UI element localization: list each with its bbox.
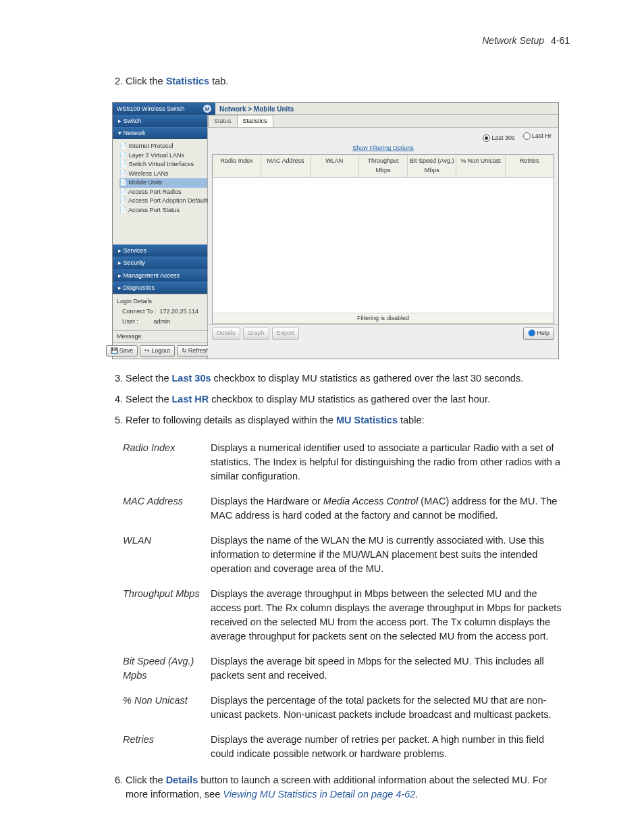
col-throughput[interactable]: Throughput Mbps — [359, 155, 408, 176]
main-panel: Status Statistics Last 30s Last Hr Show … — [208, 115, 558, 359]
save-button[interactable]: 💾 Save — [106, 345, 138, 357]
col-retries[interactable]: Retries — [506, 155, 554, 176]
tab-bar: Status Statistics — [208, 115, 558, 128]
filter-status: Filtering is disabled — [213, 313, 554, 323]
radio-last-hr[interactable]: Last Hr — [523, 132, 552, 140]
tab-status[interactable]: Status — [208, 115, 238, 127]
radio-on-icon — [483, 134, 490, 142]
nav-item-l2[interactable]: 📄 Layer 2 Virtual LANs — [119, 151, 207, 161]
def-term: Retries — [123, 733, 211, 761]
nav-item-apr[interactable]: 📄 Access Port Radios — [119, 188, 207, 197]
def-term: Bit Speed (Avg.) Mpbs — [123, 654, 211, 683]
step-3: Select the Last 30s checkbox to display … — [126, 371, 570, 386]
nav-item-wlan[interactable]: 📄 Wireless LANs — [119, 170, 207, 179]
nav-item-mu[interactable]: 📄 Mobile Units — [119, 178, 207, 188]
grid-header: Radio Index MAC Address WLAN Throughput … — [213, 155, 554, 177]
login-details: Login Details Connect To : 172.20.25.114… — [113, 294, 207, 330]
message-panel: Message — [113, 330, 207, 342]
nav-security[interactable]: ▸ Security — [113, 257, 207, 269]
def-row: MAC Address Displays the Hardware or Med… — [123, 494, 570, 523]
def-row: Radio Index Displays a numerical identif… — [123, 441, 570, 484]
time-range: Last 30s Last Hr — [208, 128, 558, 144]
statistics-word: Statistics — [166, 76, 209, 86]
help-button[interactable]: 🔵 Help — [523, 328, 554, 339]
product-name: WS5100 Wireless Switch — [117, 105, 185, 113]
step-6: Click the Details button to launch a scr… — [126, 773, 570, 802]
main-buttons: Details Graph Export 🔵 Help — [208, 324, 558, 342]
def-row: % Non Unicast Displays the percentage of… — [123, 694, 570, 722]
nav-mgmt[interactable]: ▸ Management Access — [113, 269, 207, 282]
radio-last-30s[interactable]: Last 30s — [483, 134, 514, 142]
last-30s-word: Last 30s — [172, 373, 211, 384]
step-list-c: Click the Details button to launch a scr… — [108, 773, 570, 802]
ui-screenshot: WS5100 Wireless Switch M Network > Mobil… — [112, 102, 559, 359]
def-desc: Displays the percentage of the total pac… — [211, 694, 570, 722]
logout-button[interactable]: ↪ Logout — [140, 345, 175, 357]
def-desc: Displays the average bit speed in Mbps f… — [211, 654, 570, 683]
nav-sidebar: ▸ Switch ▾ Network 📄 Internet Protocol 📄… — [113, 115, 208, 359]
nav-buttons: 💾 Save ↪ Logout ↻ Refresh — [113, 342, 207, 359]
def-term: MAC Address — [123, 494, 211, 523]
page-header: Network Setup 4-61 — [108, 34, 570, 47]
def-row: WLAN Displays the name of the WLAN the M… — [123, 533, 570, 576]
details-word: Details — [166, 775, 198, 785]
nav-item-svi[interactable]: 📄 Switch Virtual Interfaces — [119, 160, 207, 170]
def-desc: Displays a numerical identifier used to … — [211, 441, 570, 484]
col-radio-index[interactable]: Radio Index — [213, 155, 261, 176]
export-button[interactable]: Export — [272, 328, 299, 339]
def-desc: Displays the average number of retries p… — [211, 733, 570, 761]
breadcrumb: Network > Mobile Units — [215, 103, 558, 115]
nav-item-apd[interactable]: 📄 Access Port Adoption Defaults — [119, 197, 207, 206]
page-number: 4-61 — [551, 35, 570, 46]
last-hr-word: Last HR — [172, 394, 209, 405]
def-row: Retries Displays the average number of r… — [123, 733, 570, 761]
def-desc: Displays the name of the WLAN the MU is … — [211, 533, 570, 576]
nav-item-ip[interactable]: 📄 Internet Protocol — [119, 142, 207, 151]
radio-off-icon — [523, 132, 531, 140]
col-bitspeed[interactable]: Bit Speed (Avg.) Mbps — [408, 155, 456, 176]
show-filtering-link[interactable]: Show Filtering Options — [208, 144, 558, 153]
def-row: Bit Speed (Avg.) Mpbs Displays the avera… — [123, 654, 570, 683]
def-desc: Displays the Hardware or Media Access Co… — [211, 494, 570, 523]
step-list-a: Click the Statistics tab. — [108, 74, 570, 88]
tab-statistics[interactable]: Statistics — [237, 115, 273, 127]
statistics-grid: Radio Index MAC Address WLAN Throughput … — [212, 154, 554, 324]
step-5: Refer to following details as displayed … — [126, 413, 570, 427]
nav-switch[interactable]: ▸ Switch — [113, 115, 207, 127]
motorola-logo-icon: M — [203, 105, 211, 113]
def-row: Throughput Mbps Displays the average thr… — [123, 587, 570, 644]
def-term: Throughput Mbps — [123, 587, 211, 644]
col-wlan[interactable]: WLAN — [311, 155, 359, 176]
col-nonunicast[interactable]: % Non Unicast — [456, 155, 505, 176]
crossref-link[interactable]: Viewing MU Statistics in Detail on page … — [223, 789, 415, 800]
nav-services[interactable]: ▸ Services — [113, 244, 207, 257]
login-title: Login Details — [117, 297, 203, 306]
section-name: Network Setup — [482, 35, 544, 46]
nav-tree: 📄 Internet Protocol 📄 Layer 2 Virtual LA… — [113, 139, 207, 244]
definitions-table: Radio Index Displays a numerical identif… — [123, 441, 570, 761]
def-desc: Displays the average throughput in Mbps … — [211, 587, 570, 644]
step-2: Click the Statistics tab. — [126, 74, 570, 88]
col-mac[interactable]: MAC Address — [261, 155, 310, 176]
grid-body — [213, 178, 554, 313]
graph-button[interactable]: Graph — [243, 328, 269, 339]
step-4: Select the Last HR checkbox to display M… — [126, 392, 570, 407]
nav-item-aps[interactable]: 📄 Access Port Status — [119, 206, 207, 215]
def-term: Radio Index — [123, 441, 211, 484]
title-bar: WS5100 Wireless Switch M — [113, 103, 215, 115]
nav-network[interactable]: ▾ Network — [113, 127, 207, 139]
step-list-b: Select the Last 30s checkbox to display … — [108, 371, 570, 427]
details-button[interactable]: Details — [212, 328, 240, 339]
def-term: % Non Unicast — [123, 694, 211, 722]
mu-statistics-word: MU Statistics — [336, 415, 398, 425]
def-term: WLAN — [123, 533, 211, 576]
nav-diag[interactable]: ▸ Diagnostics — [113, 282, 207, 294]
